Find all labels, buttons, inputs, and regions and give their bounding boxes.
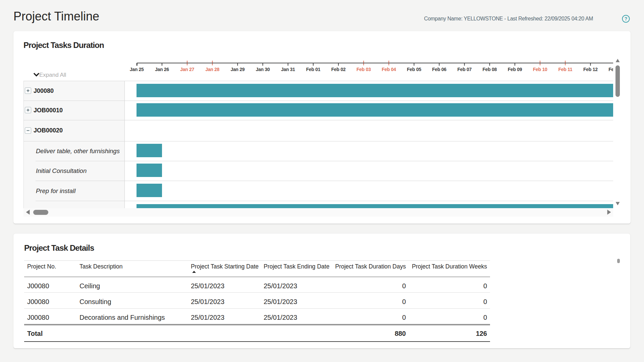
- svg-text:Jan 27: Jan 27: [180, 67, 194, 72]
- svg-text:Feb 07: Feb 07: [457, 67, 472, 72]
- svg-text:Feb 05: Feb 05: [407, 67, 421, 72]
- svg-text:Feb 04: Feb 04: [382, 67, 396, 72]
- svg-text:Jan 29: Jan 29: [230, 67, 245, 72]
- svg-text:Feb 12: Feb 12: [583, 67, 598, 72]
- svg-text:Jan 31: Jan 31: [281, 67, 295, 72]
- svg-text:Feb 10: Feb 10: [533, 67, 547, 72]
- svg-text:Feb 02: Feb 02: [331, 67, 346, 72]
- svg-text:Feb 03: Feb 03: [357, 67, 371, 72]
- svg-text:Feb 11: Feb 11: [558, 67, 572, 72]
- svg-text:Jan 26: Jan 26: [155, 67, 169, 72]
- svg-text:Feb 09: Feb 09: [508, 67, 522, 72]
- svg-text:Feb 08: Feb 08: [483, 67, 497, 72]
- svg-text:Jan 28: Jan 28: [205, 67, 219, 72]
- svg-text:?: ?: [625, 16, 628, 21]
- svg-text:Jan 30: Jan 30: [256, 67, 270, 72]
- svg-text:Feb 13: Feb 13: [608, 67, 613, 72]
- svg-text:Feb 06: Feb 06: [432, 67, 446, 72]
- svg-text:Jan 25: Jan 25: [130, 67, 144, 72]
- svg-text:Feb 01: Feb 01: [306, 67, 321, 72]
